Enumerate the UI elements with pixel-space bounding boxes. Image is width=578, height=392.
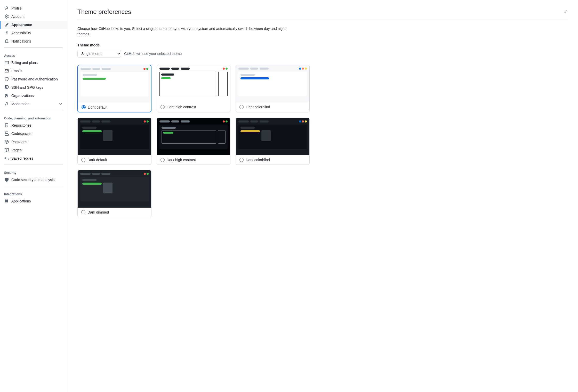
radio-light-default[interactable]	[82, 105, 86, 109]
sidebar-item-emails[interactable]: Emails	[0, 67, 67, 75]
theme-mode-select[interactable]: Single theme Sync with system	[77, 50, 121, 58]
sidebar-item-repositories[interactable]: Repositories	[0, 121, 67, 129]
sidebar-item-accessibility[interactable]: Accessibility	[0, 29, 67, 37]
preview-dots-dark-dimmed	[144, 173, 149, 175]
radio-light-cb[interactable]	[239, 105, 244, 109]
sidebar-item-pages-label: Pages	[11, 148, 22, 152]
preview-topbar	[81, 68, 148, 70]
sidebar-item-ssh[interactable]: SSH and GPG keys	[0, 83, 67, 92]
preview-dot-dark-dimmed-red	[144, 173, 146, 175]
preview-dot-hc-red	[223, 68, 225, 70]
preview-nav-hc-3	[181, 68, 190, 70]
preview-nav-pill-3	[102, 68, 111, 70]
preview-content-hc	[218, 72, 228, 96]
code-security-icon	[5, 178, 9, 182]
preview-dot-cb-yellow	[305, 68, 307, 70]
page-title: Theme preferences	[77, 8, 131, 15]
radio-dark-default[interactable]	[81, 158, 85, 162]
radio-dark-hc[interactable]	[160, 158, 165, 162]
sidebar-section-access: Access	[0, 50, 67, 59]
preview-body-pill-2	[83, 78, 106, 80]
preview-dark-cb-body-row	[240, 130, 305, 141]
preview-hc-green	[161, 77, 215, 79]
sidebar-item-applications[interactable]: Applications	[0, 197, 67, 205]
preview-topbar-dark-dimmed	[80, 173, 149, 175]
theme-name-dark-cb: Dark colorblind	[246, 158, 270, 162]
preview-dot-dark-hc-green	[226, 120, 228, 123]
preview-dark-dimmed-body-row	[82, 183, 147, 193]
preview-topbar-cb	[238, 68, 307, 70]
theme-name-light-cb: Light colorblind	[246, 105, 270, 109]
theme-preview-light-hc	[157, 65, 230, 102]
repo-icon	[5, 123, 9, 127]
preview-nav-dark-hc-1	[159, 120, 170, 123]
sidebar-item-profile[interactable]: Profile	[0, 4, 67, 12]
sidebar-item-account[interactable]: Account	[0, 12, 67, 21]
theme-preview-dark-hc	[157, 118, 230, 155]
theme-card-light-hc[interactable]: Light high contrast	[157, 65, 231, 112]
preview-dot-green	[146, 68, 148, 70]
theme-label-row-dark-default: Dark default	[78, 155, 151, 165]
preview-body-cb-blue-bar	[240, 77, 269, 79]
theme-label-row-light-hc: Light high contrast	[157, 102, 230, 112]
sidebar-item-code-security[interactable]: Code security and analysis	[0, 176, 67, 184]
sidebar: Profile Account Appearance Accessibility…	[0, 0, 67, 392]
apps-icon	[5, 199, 9, 203]
theme-mode-label: Theme mode	[77, 43, 568, 47]
theme-card-dark-default[interactable]: Dark default	[77, 118, 151, 165]
theme-label-row-light-cb: Light colorblind	[236, 102, 309, 112]
theme-card-light-cb[interactable]: Light colorblind	[236, 65, 310, 112]
preview-dark-body-row	[82, 130, 147, 141]
sidebar-item-emails-label: Emails	[11, 69, 22, 73]
preview-nav-cb-2	[250, 68, 258, 70]
sidebar-item-organizations[interactable]: Organizations	[0, 92, 67, 100]
sidebar-item-billing[interactable]: Billing and plans	[0, 59, 67, 67]
preview-topbar-dark	[80, 120, 149, 123]
theme-card-dark-hc[interactable]: Dark high contrast	[157, 118, 231, 165]
preview-dots-dark	[144, 120, 149, 123]
sidebar-item-saved-replies-label: Saved replies	[11, 156, 33, 160]
theme-card-dark-cb[interactable]: Dark colorblind	[236, 118, 310, 165]
preview-dot-dark-cb-yellow	[305, 120, 307, 123]
preview-dot-red	[143, 68, 146, 70]
sidebar-item-billing-label: Billing and plans	[11, 61, 38, 65]
preview-body-dark-dimmed-pill	[82, 179, 97, 181]
theme-name-dark-default: Dark default	[87, 158, 107, 162]
preview-body-pill-1	[83, 74, 97, 76]
radio-dark-cb[interactable]	[239, 158, 244, 162]
preview-dark-hc-box	[218, 130, 226, 144]
preview-topbar-dark-hc	[159, 120, 228, 123]
preview-dot-dark-dimmed-green	[147, 173, 149, 175]
sidebar-item-appearance-label: Appearance	[11, 23, 32, 27]
preview-nav-hc-1	[159, 68, 170, 70]
preview-dark-hc-green-bar	[163, 132, 173, 134]
sidebar-item-saved-replies[interactable]: Saved replies	[0, 154, 67, 162]
radio-dark-dimmed[interactable]	[81, 210, 85, 214]
sidebar-item-password[interactable]: Password and authentication	[0, 75, 67, 83]
sidebar-item-notifications[interactable]: Notifications	[0, 37, 67, 45]
sidebar-item-codespaces[interactable]: Codespaces	[0, 129, 67, 138]
preview-body-dark	[80, 125, 149, 149]
theme-card-dark-dimmed[interactable]: Dark dimmed	[77, 170, 151, 217]
package-icon	[5, 140, 9, 144]
preview-body-cb	[238, 72, 307, 96]
person-block-icon	[5, 102, 9, 106]
preview-nav-pill-1	[81, 68, 91, 70]
preview-body-hc	[159, 72, 228, 96]
theme-preview-dark-cb	[236, 118, 309, 155]
sidebar-item-appearance[interactable]: Appearance	[0, 21, 67, 29]
preview-topbar-dark-cb	[238, 120, 307, 123]
sidebar-item-account-label: Account	[11, 14, 25, 19]
sidebar-item-packages[interactable]: Packages	[0, 138, 67, 146]
shield-icon	[5, 77, 9, 81]
theme-preview-light-default	[78, 65, 151, 103]
radio-light-hc[interactable]	[160, 105, 165, 109]
sidebar-item-moderation[interactable]: Moderation	[0, 100, 67, 108]
bell-icon	[5, 39, 9, 43]
preview-body-light	[81, 72, 148, 96]
sidebar-item-pages[interactable]: Pages	[0, 146, 67, 154]
theme-label-row-dark-dimmed: Dark dimmed	[78, 208, 151, 217]
sidebar-item-applications-label: Applications	[11, 199, 31, 203]
theme-card-light-default[interactable]: Light default	[77, 65, 151, 112]
chevron-down-icon	[59, 102, 63, 106]
